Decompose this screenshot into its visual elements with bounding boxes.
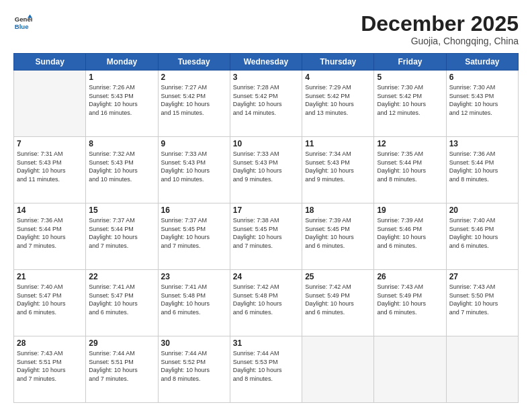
day-number: 15 — [89, 205, 154, 215]
weekday-header-sunday: Sunday — [14, 54, 86, 71]
cell-info: Sunrise: 7:42 AM Sunset: 5:49 PM Dayligh… — [305, 283, 371, 316]
weekday-header-tuesday: Tuesday — [158, 54, 230, 71]
svg-text:Blue: Blue — [15, 23, 29, 30]
calendar-cell: 15Sunrise: 7:37 AM Sunset: 5:44 PM Dayli… — [86, 203, 158, 270]
cell-info: Sunrise: 7:43 AM Sunset: 5:49 PM Dayligh… — [377, 283, 443, 316]
day-number: 13 — [449, 139, 515, 148]
calendar-cell: 30Sunrise: 7:44 AM Sunset: 5:52 PM Dayli… — [158, 336, 230, 403]
day-number: 1 — [89, 73, 154, 82]
day-number: 28 — [17, 338, 83, 348]
day-number: 22 — [89, 272, 154, 281]
month-title: December 2025 — [361, 12, 519, 36]
day-number: 25 — [305, 272, 371, 281]
logo-icon: General Blue — [13, 12, 32, 31]
cell-info: Sunrise: 7:36 AM Sunset: 5:44 PM Dayligh… — [17, 216, 83, 250]
day-number: 14 — [17, 205, 83, 215]
day-number: 12 — [377, 139, 443, 148]
cell-info: Sunrise: 7:28 AM Sunset: 5:42 PM Dayligh… — [233, 83, 299, 117]
calendar-cell: 20Sunrise: 7:40 AM Sunset: 5:46 PM Dayli… — [446, 203, 518, 270]
cell-info: Sunrise: 7:43 AM Sunset: 5:50 PM Dayligh… — [449, 283, 515, 316]
day-number: 18 — [305, 205, 371, 215]
cell-info: Sunrise: 7:39 AM Sunset: 5:46 PM Dayligh… — [377, 216, 443, 250]
calendar-cell — [14, 71, 86, 137]
calendar-cell: 12Sunrise: 7:35 AM Sunset: 5:44 PM Dayli… — [374, 137, 446, 203]
cell-info: Sunrise: 7:31 AM Sunset: 5:43 PM Dayligh… — [17, 150, 83, 183]
calendar-cell: 23Sunrise: 7:41 AM Sunset: 5:48 PM Dayli… — [158, 270, 230, 336]
day-number: 23 — [161, 272, 227, 281]
day-number: 9 — [161, 139, 227, 148]
cell-info: Sunrise: 7:27 AM Sunset: 5:42 PM Dayligh… — [161, 83, 227, 117]
cell-info: Sunrise: 7:44 AM Sunset: 5:51 PM Dayligh… — [89, 349, 154, 383]
day-number: 27 — [449, 272, 515, 281]
weekday-header-row: SundayMondayTuesdayWednesdayThursdayFrid… — [14, 54, 519, 71]
weekday-header-wednesday: Wednesday — [230, 54, 302, 71]
calendar-cell: 14Sunrise: 7:36 AM Sunset: 5:44 PM Dayli… — [14, 203, 86, 270]
calendar-cell: 5Sunrise: 7:30 AM Sunset: 5:42 PM Daylig… — [374, 71, 446, 137]
day-number: 2 — [161, 73, 227, 82]
calendar-cell: 25Sunrise: 7:42 AM Sunset: 5:49 PM Dayli… — [302, 270, 374, 336]
cell-info: Sunrise: 7:44 AM Sunset: 5:52 PM Dayligh… — [161, 349, 227, 383]
cell-info: Sunrise: 7:33 AM Sunset: 5:43 PM Dayligh… — [233, 150, 299, 183]
calendar-cell — [446, 336, 518, 403]
calendar-cell: 16Sunrise: 7:37 AM Sunset: 5:45 PM Dayli… — [158, 203, 230, 270]
calendar-cell: 11Sunrise: 7:34 AM Sunset: 5:43 PM Dayli… — [302, 137, 374, 203]
cell-info: Sunrise: 7:33 AM Sunset: 5:43 PM Dayligh… — [161, 150, 227, 183]
calendar-cell: 22Sunrise: 7:41 AM Sunset: 5:47 PM Dayli… — [86, 270, 158, 336]
calendar-cell: 10Sunrise: 7:33 AM Sunset: 5:43 PM Dayli… — [230, 137, 302, 203]
day-number: 21 — [17, 272, 83, 281]
day-number: 8 — [89, 139, 154, 148]
cell-info: Sunrise: 7:32 AM Sunset: 5:43 PM Dayligh… — [89, 150, 154, 183]
cell-info: Sunrise: 7:41 AM Sunset: 5:47 PM Dayligh… — [89, 283, 154, 316]
calendar-week-4: 21Sunrise: 7:40 AM Sunset: 5:47 PM Dayli… — [14, 270, 519, 336]
calendar-cell: 27Sunrise: 7:43 AM Sunset: 5:50 PM Dayli… — [446, 270, 518, 336]
cell-info: Sunrise: 7:36 AM Sunset: 5:44 PM Dayligh… — [449, 150, 515, 183]
calendar-cell: 6Sunrise: 7:30 AM Sunset: 5:43 PM Daylig… — [446, 71, 518, 137]
calendar-cell: 28Sunrise: 7:43 AM Sunset: 5:51 PM Dayli… — [14, 336, 86, 403]
calendar-week-1: 1Sunrise: 7:26 AM Sunset: 5:43 PM Daylig… — [14, 71, 519, 137]
calendar-cell: 1Sunrise: 7:26 AM Sunset: 5:43 PM Daylig… — [86, 71, 158, 137]
weekday-header-saturday: Saturday — [446, 54, 518, 71]
calendar-cell: 31Sunrise: 7:44 AM Sunset: 5:53 PM Dayli… — [230, 336, 302, 403]
calendar-cell: 24Sunrise: 7:42 AM Sunset: 5:48 PM Dayli… — [230, 270, 302, 336]
calendar-cell: 17Sunrise: 7:38 AM Sunset: 5:45 PM Dayli… — [230, 203, 302, 270]
calendar-week-3: 14Sunrise: 7:36 AM Sunset: 5:44 PM Dayli… — [14, 203, 519, 270]
cell-info: Sunrise: 7:42 AM Sunset: 5:48 PM Dayligh… — [233, 283, 299, 316]
cell-info: Sunrise: 7:40 AM Sunset: 5:46 PM Dayligh… — [449, 216, 515, 250]
calendar-cell: 13Sunrise: 7:36 AM Sunset: 5:44 PM Dayli… — [446, 137, 518, 203]
calendar-cell: 7Sunrise: 7:31 AM Sunset: 5:43 PM Daylig… — [14, 137, 86, 203]
cell-info: Sunrise: 7:26 AM Sunset: 5:43 PM Dayligh… — [89, 83, 154, 117]
cell-info: Sunrise: 7:37 AM Sunset: 5:44 PM Dayligh… — [89, 216, 154, 250]
cell-info: Sunrise: 7:35 AM Sunset: 5:44 PM Dayligh… — [377, 150, 443, 183]
calendar-cell: 18Sunrise: 7:39 AM Sunset: 5:45 PM Dayli… — [302, 203, 374, 270]
calendar-table: SundayMondayTuesdayWednesdayThursdayFrid… — [13, 53, 519, 403]
calendar-cell: 4Sunrise: 7:29 AM Sunset: 5:42 PM Daylig… — [302, 71, 374, 137]
day-number: 6 — [449, 73, 515, 82]
calendar-cell: 21Sunrise: 7:40 AM Sunset: 5:47 PM Dayli… — [14, 270, 86, 336]
calendar-cell: 3Sunrise: 7:28 AM Sunset: 5:42 PM Daylig… — [230, 71, 302, 137]
day-number: 24 — [233, 272, 299, 281]
day-number: 30 — [161, 338, 227, 348]
calendar-cell: 29Sunrise: 7:44 AM Sunset: 5:51 PM Dayli… — [86, 336, 158, 403]
day-number: 29 — [89, 338, 154, 348]
cell-info: Sunrise: 7:41 AM Sunset: 5:48 PM Dayligh… — [161, 283, 227, 316]
calendar-cell: 8Sunrise: 7:32 AM Sunset: 5:43 PM Daylig… — [86, 137, 158, 203]
title-block: December 2025 Guojia, Chongqing, China — [361, 12, 519, 46]
cell-info: Sunrise: 7:40 AM Sunset: 5:47 PM Dayligh… — [17, 283, 83, 316]
cell-info: Sunrise: 7:29 AM Sunset: 5:42 PM Dayligh… — [305, 83, 371, 117]
calendar-cell: 19Sunrise: 7:39 AM Sunset: 5:46 PM Dayli… — [374, 203, 446, 270]
calendar-week-5: 28Sunrise: 7:43 AM Sunset: 5:51 PM Dayli… — [14, 336, 519, 403]
cell-info: Sunrise: 7:37 AM Sunset: 5:45 PM Dayligh… — [161, 216, 227, 250]
calendar-cell — [374, 336, 446, 403]
day-number: 3 — [233, 73, 299, 82]
cell-info: Sunrise: 7:38 AM Sunset: 5:45 PM Dayligh… — [233, 216, 299, 250]
cell-info: Sunrise: 7:44 AM Sunset: 5:53 PM Dayligh… — [233, 349, 299, 383]
day-number: 7 — [17, 139, 83, 148]
logo: General Blue — [13, 12, 32, 31]
calendar-cell — [302, 336, 374, 403]
calendar-cell: 26Sunrise: 7:43 AM Sunset: 5:49 PM Dayli… — [374, 270, 446, 336]
weekday-header-thursday: Thursday — [302, 54, 374, 71]
day-number: 10 — [233, 139, 299, 148]
day-number: 4 — [305, 73, 371, 82]
cell-info: Sunrise: 7:30 AM Sunset: 5:43 PM Dayligh… — [449, 83, 515, 117]
day-number: 19 — [377, 205, 443, 215]
